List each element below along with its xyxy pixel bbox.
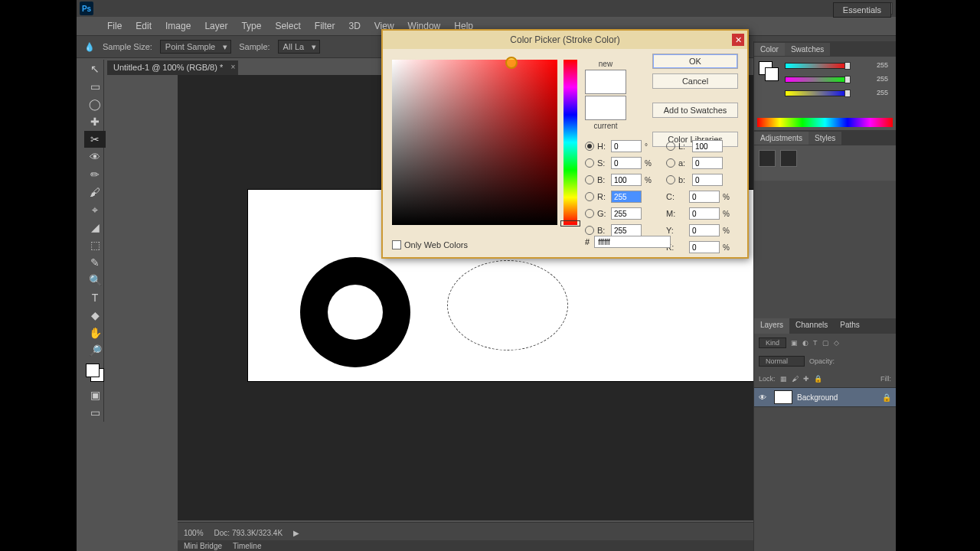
b-slider[interactable]	[785, 90, 851, 99]
y-input[interactable]	[689, 224, 720, 236]
k-input[interactable]	[689, 241, 720, 253]
tab-styles[interactable]: Styles	[808, 132, 841, 145]
cancel-button[interactable]: Cancel	[652, 73, 738, 89]
lock-transparency-icon[interactable]: ▦	[780, 375, 787, 383]
menu-3d[interactable]: 3D	[348, 21, 360, 31]
move-tool[interactable]: ↖	[84, 60, 106, 77]
foreground-background-toolbox[interactable]	[84, 362, 106, 383]
m-input[interactable]	[689, 207, 720, 220]
b2-input[interactable]	[692, 174, 723, 186]
b-input[interactable]	[611, 224, 642, 236]
filter-icon[interactable]: ▢	[822, 339, 829, 347]
hue-slider-knob[interactable]	[560, 220, 580, 227]
h-input[interactable]	[611, 140, 642, 152]
menu-select[interactable]: Select	[275, 21, 300, 31]
filter-icon[interactable]: T	[813, 339, 818, 347]
blend-mode-dropdown[interactable]: Normal	[759, 356, 805, 367]
tab-channels[interactable]: Channels	[789, 318, 834, 334]
layer-row-background[interactable]: 👁 Background 🔒	[754, 387, 896, 407]
current-color-swatch[interactable]	[585, 96, 626, 120]
eraser-tool[interactable]: ◢	[84, 219, 106, 236]
g-input[interactable]	[611, 207, 642, 220]
brush-tool[interactable]: ✏	[84, 166, 106, 183]
b2-radio[interactable]	[666, 175, 675, 184]
g-slider[interactable]	[785, 77, 851, 86]
workspace-switcher[interactable]: Essentials	[833, 2, 891, 18]
tab-paths[interactable]: Paths	[834, 318, 866, 334]
document-tab[interactable]: Untitled-1 @ 100% (RGB/8) * ×	[107, 60, 238, 75]
filter-icon[interactable]: ◐	[802, 339, 808, 347]
zoom-level[interactable]: 100%	[184, 529, 204, 537]
saturation-field[interactable]	[392, 60, 557, 225]
marquee-tool[interactable]: ▭	[84, 78, 106, 95]
lock-all-icon[interactable]: 🔒	[814, 375, 822, 383]
lasso-tool[interactable]: ◯	[84, 96, 106, 112]
tab-color[interactable]: Color	[754, 43, 785, 56]
hand-tool[interactable]: ✋	[84, 324, 106, 341]
a-radio[interactable]	[666, 158, 675, 168]
lock-pixels-icon[interactable]: 🖌	[792, 375, 799, 383]
tab-layers[interactable]: Layers	[754, 318, 789, 334]
doc-info[interactable]: Doc: 793.3K/323.4K	[214, 529, 283, 537]
crop-tool[interactable]: ✚	[84, 113, 106, 130]
document-tab-close-icon[interactable]: ×	[230, 63, 235, 71]
b-radio[interactable]	[585, 226, 594, 235]
g-radio[interactable]	[585, 209, 594, 218]
a-input[interactable]	[692, 157, 723, 169]
history-brush-tool[interactable]: ⌖	[84, 201, 106, 218]
eyedropper-tool-icon[interactable]: 💧	[84, 42, 95, 52]
filter-icon[interactable]: ◇	[834, 339, 839, 347]
adjust-swatch[interactable]	[759, 150, 776, 167]
footer-tab-timeline[interactable]: Timeline	[233, 542, 261, 550]
quickmask-tool[interactable]: ▣	[84, 386, 106, 403]
r-input[interactable]	[611, 191, 642, 203]
s-radio[interactable]	[585, 158, 594, 168]
adjust-swatch[interactable]	[780, 150, 797, 167]
menu-file[interactable]: File	[107, 21, 122, 31]
type-tool[interactable]: T	[84, 289, 106, 306]
r-slider[interactable]	[785, 63, 851, 72]
healing-tool[interactable]: 👁	[84, 148, 106, 165]
dodge-tool[interactable]: 🔍	[84, 272, 106, 289]
layer-kind-dropdown[interactable]: Kind	[759, 337, 786, 348]
hex-input[interactable]	[594, 236, 671, 248]
h-radio[interactable]	[585, 142, 594, 151]
stamp-tool[interactable]: 🖌	[84, 184, 106, 201]
tab-swatches[interactable]: Swatches	[785, 43, 830, 56]
dialog-titlebar[interactable]: Color Picker (Stroke Color) ✕	[383, 31, 747, 49]
gradient-tool[interactable]: ⬚	[84, 236, 106, 253]
ok-button[interactable]: OK	[652, 54, 738, 69]
s-input[interactable]	[611, 157, 642, 169]
menu-filter[interactable]: Filter	[315, 21, 335, 31]
visibility-eye-icon[interactable]: 👁	[759, 393, 769, 402]
hue-slider[interactable]	[564, 60, 577, 225]
bh-input[interactable]	[611, 174, 642, 186]
l-radio[interactable]	[666, 142, 675, 151]
menu-edit[interactable]: Edit	[136, 21, 152, 31]
footer-tab-minibridge[interactable]: Mini Bridge	[184, 542, 222, 550]
color-ramp[interactable]	[757, 118, 893, 127]
menu-layer[interactable]: Layer	[204, 21, 227, 31]
c-input[interactable]	[689, 191, 720, 203]
add-to-swatches-button[interactable]: Add to Swatches	[652, 103, 738, 118]
web-colors-checkbox-row[interactable]: Only Web Colors	[392, 240, 468, 249]
tab-adjustments[interactable]: Adjustments	[754, 132, 808, 145]
layer-thumbnail[interactable]	[774, 390, 792, 404]
filter-icon[interactable]: ▣	[791, 339, 798, 347]
zoom-tool[interactable]: 🔎	[84, 342, 106, 359]
blur-tool[interactable]: ✎	[84, 254, 106, 271]
menu-type[interactable]: Type	[241, 21, 261, 31]
new-color-swatch[interactable]	[585, 70, 626, 94]
foreground-background-colors[interactable]	[759, 61, 780, 83]
eyedropper-tool[interactable]: ✂	[84, 131, 106, 148]
screenmode-tool[interactable]: ▭	[84, 404, 106, 421]
bh-radio[interactable]	[585, 175, 594, 184]
l-input[interactable]	[692, 140, 723, 152]
menu-image[interactable]: Image	[165, 21, 191, 31]
play-icon[interactable]: ▶	[293, 529, 299, 537]
color-picker-cursor[interactable]	[505, 57, 518, 69]
lock-position-icon[interactable]: ✚	[803, 375, 809, 383]
sample-size-dropdown[interactable]: Point Sample	[160, 40, 231, 54]
pen-tool[interactable]: ◆	[84, 307, 106, 324]
dialog-close-button[interactable]: ✕	[732, 34, 744, 46]
